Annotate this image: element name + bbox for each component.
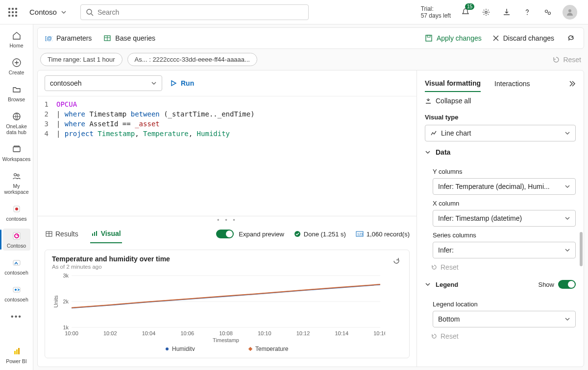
tab-visual-formatting[interactable]: Visual formatting [425, 75, 481, 92]
nav-onelake[interactable]: OneLake data hub [3, 109, 30, 137]
tab-interactions[interactable]: Interactions [494, 76, 530, 92]
done-status: Done (1.251 s) [304, 231, 346, 238]
nav-contoso[interactable]: Contoso [3, 229, 30, 251]
chevron-down-icon [564, 247, 570, 253]
user-avatar[interactable] [563, 5, 577, 20]
time-range-pill[interactable]: Time range: Last 1 hour [40, 53, 122, 66]
y-columns-label: Y columns [433, 168, 576, 175]
feedback-icon[interactable] [542, 6, 554, 18]
db-icon [12, 205, 21, 213]
base-queries-button[interactable]: Base queries [103, 34, 155, 42]
nav-workspaces[interactable]: Workspaces [3, 142, 30, 164]
data-section-header[interactable]: Data [417, 141, 584, 159]
parameters-button[interactable]: [@] Parameters [45, 34, 92, 42]
nav-contosoeh-2[interactable]: contosoeh [3, 282, 30, 304]
svg-rect-21 [16, 349, 18, 354]
legend-section-label[interactable]: Legend [436, 281, 458, 288]
save-icon [425, 34, 433, 42]
stream-icon [12, 258, 21, 267]
notifications-icon[interactable]: 15 [460, 6, 471, 18]
app-launcher-icon[interactable] [4, 3, 22, 21]
apply-changes-button[interactable]: Apply changes [425, 34, 482, 42]
query-editor[interactable]: 1234 OPCUA | where Timestamp between (_s… [38, 96, 416, 216]
discard-changes-button[interactable]: Discard changes [492, 34, 554, 42]
svg-text:10:16: 10:16 [373, 330, 385, 336]
legend-location-label: Legend location [433, 301, 576, 308]
search-input[interactable] [80, 4, 309, 20]
svg-point-5 [548, 12, 551, 14]
powerbi-icon [12, 347, 21, 356]
x-column-select[interactable]: Infer: Timestamp (datetime) [433, 210, 576, 227]
svg-text:10:02: 10:02 [103, 330, 117, 336]
tab-results[interactable]: Results [45, 225, 79, 243]
close-icon [492, 35, 499, 42]
download-icon[interactable] [501, 6, 513, 18]
refresh-icon[interactable] [565, 32, 577, 44]
svg-text:1k: 1k [63, 324, 69, 330]
svg-text:3k: 3k [63, 273, 69, 278]
data-reset-button[interactable]: Reset [417, 258, 584, 273]
nav-powerbi[interactable]: Power BI [3, 344, 30, 366]
visual-type-select[interactable]: Line chart [425, 125, 576, 141]
dashboard-icon [12, 231, 21, 240]
svg-rect-34 [96, 231, 97, 236]
resize-handle[interactable]: • • • [38, 216, 416, 223]
collapse-all-button[interactable]: Collapse all [417, 92, 584, 110]
series-columns-select[interactable]: Infer: [433, 242, 576, 258]
help-icon[interactable] [521, 6, 533, 18]
chart-refresh-icon[interactable] [391, 255, 402, 267]
parameters-icon: [@] [45, 34, 52, 42]
scrollbar[interactable] [580, 232, 583, 266]
play-icon [170, 80, 177, 87]
svg-point-0 [87, 9, 92, 14]
expand-preview-toggle[interactable] [216, 230, 234, 238]
run-button[interactable]: Run [170, 79, 194, 87]
legend-reset-button[interactable]: Reset [417, 327, 584, 342]
code-body[interactable]: OPCUA | where Timestamp between (_startT… [51, 96, 416, 216]
svg-point-11 [14, 174, 16, 176]
chevron-down-icon [61, 9, 67, 15]
reset-filters-button[interactable]: Reset [552, 56, 581, 64]
more-icon: ••• [11, 311, 22, 322]
source-dropdown[interactable]: contosoeh [45, 75, 162, 91]
expand-panel-icon[interactable] [568, 80, 576, 88]
chart-title: Temperature and humidity over time [52, 255, 170, 263]
svg-point-4 [545, 10, 548, 12]
svg-text:10:10: 10:10 [258, 330, 271, 336]
person-icon [565, 8, 574, 17]
legend-show-toggle[interactable] [558, 280, 576, 289]
nav-contoses[interactable]: contoses [3, 202, 30, 224]
workspace-switcher[interactable]: Contoso [29, 8, 67, 16]
svg-text:2k: 2k [63, 299, 69, 304]
chevron-down-icon [425, 281, 431, 287]
visual-formatting-panel: Visual formatting Interactions Collapse … [417, 70, 584, 367]
collapse-icon [425, 97, 432, 104]
toolbar: [@] Parameters Base queries Apply change… [37, 27, 584, 49]
tab-visual[interactable]: Visual [90, 225, 122, 243]
results-panel: • • • Results Visual [38, 216, 416, 365]
chevron-down-icon [564, 316, 570, 322]
asset-pill[interactable]: As... : 2222cccc-33dd-eeee-ff44-aaaaa... [127, 53, 257, 66]
line-chart: 1k2k3k10:0010:0210:0410:0610:0810:1010:1… [52, 273, 385, 351]
workspaces-icon [12, 144, 22, 154]
reset-icon [431, 264, 438, 271]
visual-type-label: Visual type [425, 114, 576, 121]
eventhouse-icon [12, 285, 21, 294]
svg-text:[@]: [@] [45, 35, 52, 41]
nav-contosoeh-1[interactable]: contosoeh [3, 255, 30, 278]
nav-my-workspace[interactable]: My workspace [3, 169, 30, 197]
svg-text:10:06: 10:06 [180, 330, 194, 336]
chart-card: Temperature and humidity over time As of… [45, 250, 410, 358]
nav-more[interactable]: ••• [3, 309, 30, 324]
y-columns-select[interactable]: Infer: Temperature (decimal), Humi... [433, 178, 576, 195]
nav-browse[interactable]: Browse [3, 82, 30, 104]
nav-home[interactable]: Home [3, 28, 30, 50]
svg-point-14 [15, 208, 18, 210]
nav-create[interactable]: Create [3, 55, 30, 77]
search-field[interactable] [98, 8, 303, 16]
svg-text:10:04: 10:04 [142, 330, 156, 336]
settings-gear-icon[interactable] [480, 6, 492, 18]
line-chart-icon [430, 130, 437, 137]
records-icon: 123 [356, 231, 364, 237]
legend-location-select[interactable]: Bottom [433, 311, 576, 327]
